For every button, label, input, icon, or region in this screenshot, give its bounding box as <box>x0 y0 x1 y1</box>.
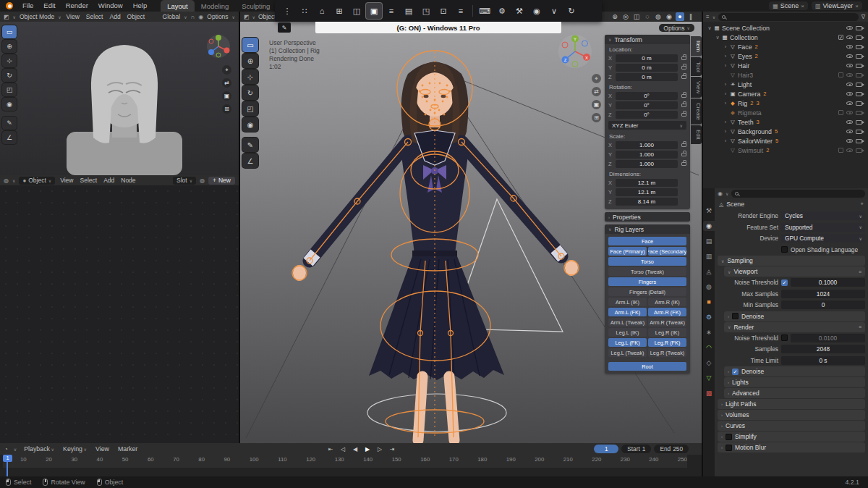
solid-shading-icon[interactable]: ◍ <box>654 12 663 21</box>
rig-layer-face-primary[interactable]: Face (Primary) <box>608 247 647 256</box>
rotate-tool[interactable]: ↻ <box>2 69 17 82</box>
properties-panel-header[interactable]: ›Properties <box>605 212 690 222</box>
grid-button[interactable]: ∷ <box>297 3 312 19</box>
add-window-button[interactable]: ⊞ <box>331 3 347 19</box>
disable-render-icon[interactable] <box>856 101 862 106</box>
value-field[interactable]: 0 m <box>616 54 678 62</box>
field-feature-set[interactable]: Supported∨ <box>781 223 865 232</box>
outliner-row-face[interactable]: ›▽Face2 <box>703 42 868 51</box>
editor-type-icon[interactable]: ◍ <box>4 177 9 184</box>
lock-icon[interactable] <box>681 56 686 60</box>
measure-tool[interactable]: ∠ <box>242 153 258 168</box>
exclude-checkbox[interactable] <box>838 110 843 115</box>
options-dropdown[interactable]: Options <box>207 13 228 20</box>
screen-select-button[interactable]: ▣ <box>366 3 382 19</box>
material-preview-icon[interactable]: ◉ <box>665 12 673 21</box>
new-material-button[interactable]: +New <box>208 177 235 185</box>
hide-eye-icon[interactable] <box>846 54 853 58</box>
workspace-tab-layout[interactable]: Layout <box>161 0 195 12</box>
zoom-icon[interactable]: ⌖ <box>592 74 601 83</box>
snap-magnet-icon[interactable]: ∩ <box>191 14 195 20</box>
home-button[interactable]: ⌂ <box>314 3 330 19</box>
disable-render-icon[interactable] <box>856 139 862 143</box>
panel-motion-blur[interactable]: ›Motion Blur <box>718 442 865 453</box>
menu-lines-button[interactable]: ≡ <box>383 3 399 19</box>
hide-eye-icon[interactable] <box>846 64 853 67</box>
view-gizmo[interactable]: Y X Z <box>557 33 593 70</box>
transform-tool[interactable]: ◉ <box>242 117 258 132</box>
hide-eye-icon[interactable] <box>846 45 853 49</box>
playhead-frame-badge[interactable]: 1 <box>3 455 12 462</box>
timeline-ruler[interactable]: 1020304050607080901001101201301401501601… <box>0 455 702 476</box>
value-field[interactable]: 1.000 <box>616 151 678 159</box>
field-time-limit[interactable]: 0 s <box>781 356 865 365</box>
camera-view-icon[interactable]: ▣ <box>222 91 231 101</box>
panel-light-paths[interactable]: ›Light Paths <box>718 399 865 409</box>
end-frame-field[interactable]: End250 <box>654 445 689 453</box>
particles-tab[interactable]: ∗ <box>703 327 715 337</box>
panel-curves[interactable]: ›Curves <box>718 421 865 431</box>
rig-layer-arm-r-tweak[interactable]: Arm.R (Tweak) <box>648 318 686 327</box>
outliner-row-rig[interactable]: ›◆Rig23 <box>703 98 868 108</box>
properties-search-input[interactable] <box>731 190 865 198</box>
viewport-options-dropdown[interactable]: Options∨ <box>659 24 694 32</box>
value-field[interactable]: 0° <box>616 92 678 100</box>
outliner-row-collection[interactable]: ∨▦Collection✓ <box>703 33 868 42</box>
measure-tool[interactable]: ∠ <box>2 131 17 144</box>
editor-type-icon[interactable]: ◔ <box>4 446 8 453</box>
camera-button[interactable]: ◉ <box>529 3 545 19</box>
view-layer-tab[interactable]: ▥ <box>703 251 715 261</box>
value-field[interactable]: 0° <box>616 111 678 119</box>
lock-icon[interactable] <box>681 66 686 70</box>
play-reverse-button[interactable]: ◀ <box>350 445 360 453</box>
exclude-checkbox[interactable] <box>838 148 843 153</box>
jump-to-end-button[interactable]: ⇥ <box>387 445 397 453</box>
cursor-tool[interactable]: ⊕ <box>242 54 258 68</box>
lock-icon[interactable] <box>681 153 686 156</box>
panel-advanced[interactable]: ›Advanced <box>724 388 865 398</box>
constraints-tab[interactable]: ◇ <box>703 358 715 368</box>
select-box-tool[interactable]: ▭ <box>242 38 258 52</box>
overlays-icon[interactable]: ◎ <box>621 12 630 21</box>
value-field[interactable]: 12.1 m <box>616 179 678 187</box>
value-field[interactable]: 8.14 m <box>616 198 678 206</box>
lock-icon[interactable] <box>681 75 686 79</box>
main-3d-viewport[interactable]: Options∨ ▭⊕⊹↻◰◉✎∠ User Perspective(1) Co… <box>240 22 702 443</box>
rig-layer-root[interactable]: Root <box>608 362 686 371</box>
select-box-tool[interactable]: ▭ <box>2 25 17 38</box>
prev-keyframe-button[interactable]: ◁ <box>338 445 348 453</box>
proportional-edit-icon[interactable]: ◉ <box>198 14 203 20</box>
node-menu-select[interactable]: Select <box>79 177 99 184</box>
tools-button[interactable]: ⚒ <box>511 3 527 19</box>
rig-layer-leg-r-fk[interactable]: Leg.R (FK) <box>648 338 686 347</box>
cursor-tool[interactable]: ⊕ <box>2 40 17 53</box>
hide-eye-icon[interactable] <box>846 148 853 152</box>
world-tab[interactable]: ◍ <box>703 282 715 292</box>
disable-render-icon[interactable] <box>856 26 862 30</box>
panel-render[interactable]: ∨Render≡ <box>724 322 865 332</box>
play-button[interactable]: ▶ <box>362 445 373 453</box>
expand-icon[interactable]: ∨ <box>706 25 713 31</box>
outliner-row-swimsuit[interactable]: ▽Swimsuit2 <box>703 146 868 155</box>
secondary-3d-viewport[interactable]: ▭⊕⊹↻◰◉✎∠ ⌖⇄▣⊞ <box>0 22 239 175</box>
rig-layer-arm-l-ik[interactable]: Arm.L (IK) <box>608 298 647 306</box>
exclude-checkbox[interactable] <box>838 72 843 77</box>
npanel-tab-tool[interactable]: Tool <box>691 57 702 77</box>
move-tool[interactable]: ⊹ <box>2 54 17 67</box>
lock-icon[interactable] <box>681 143 686 147</box>
wireframe-shading-icon[interactable]: ◌ <box>643 12 652 21</box>
editor-type-icon[interactable]: ◩ <box>244 14 250 20</box>
field-noise-threshold[interactable]: 0.0100 <box>791 334 865 342</box>
disable-render-icon[interactable] <box>856 64 862 68</box>
workspace-tab-sculpting[interactable]: Sculpting <box>235 0 276 12</box>
outliner-row-hair[interactable]: ›▽Hair <box>703 61 868 70</box>
expand-icon[interactable]: › <box>722 44 729 49</box>
disable-render-icon[interactable] <box>856 45 862 49</box>
pen-icon[interactable]: ✎ <box>278 22 291 33</box>
next-keyframe-button[interactable]: ▷ <box>375 445 385 453</box>
checkbox-noise-threshold[interactable]: ✓ <box>781 279 788 286</box>
current-frame-field[interactable]: 1 <box>594 445 618 453</box>
hide-eye-icon[interactable] <box>846 35 853 39</box>
field-noise-threshold[interactable]: 0.1000 <box>791 278 865 287</box>
rig-layer-leg-l-ik[interactable]: Leg.L (IK) <box>608 328 647 337</box>
